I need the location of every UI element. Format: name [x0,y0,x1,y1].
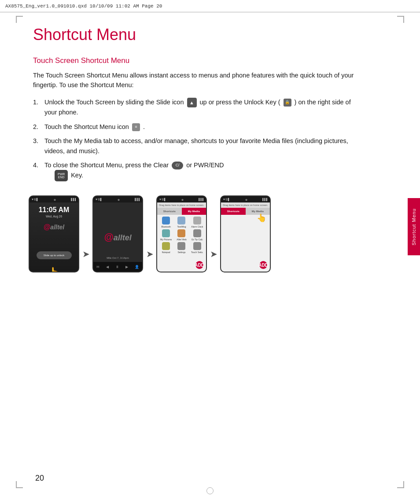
phone2: ▼役▌ ⊕ ▌▌▌ @alltel Mlle Oct 7, 3:14pm 👆 ✉… [92,195,143,272]
phone4-tab-shortcuts: Shortcuts [221,208,246,215]
clear-icon: C/ [172,162,183,169]
phone3-icon-notepad: Notepad [159,242,173,254]
phone3-body: Drag items here to place on home screen.… [157,202,206,272]
step-4-text: To close the Shortcut Menu, press the Cl… [44,160,363,181]
phone2-btn5: 👤 [135,265,139,269]
phone3-icon-tip: Ez Tip Calc [190,229,204,241]
phone4: ▼役▌ ⊕ ▌▌▌ Drag items here to place on ho… [220,195,271,272]
phone3-icon-alarm: Alarm Clock [190,217,204,228]
side-tab-label: Shortcut Menu [411,208,416,246]
phone4-status-right: ▌▌▌ [262,198,268,201]
step-4-num: 4. [33,160,44,170]
phone1-date: Wed, Aug 26 [46,215,62,218]
phone2-date: Mlle Oct 7, 3:14pm [107,257,129,259]
phone3-status-left: ▼役▌ [159,198,166,202]
phone1-body: 11:05 AM Wed, Aug 26 @alltel Slide up to… [29,202,78,272]
phone1-time: 11:05 AM [39,206,70,214]
phone1-hand: 👆 [48,267,60,272]
phone2-container: ▼役▌ ⊕ ▌▌▌ @alltel Mlle Oct 7, 3:14pm 👆 ✉… [92,195,143,272]
phone3-status-right: ▌▌▌ [199,198,204,201]
phone3-icon-web: Alltel Web [174,229,188,241]
page-title: Shortcut Menu [33,26,402,44]
arrow-3: ➤ [207,249,220,259]
phone3-icon-pictures: My Pictures [159,229,173,241]
phone1-container: ▼役▌ ⊕ ▌▌▌ 11:05 AM Wed, Aug 26 @alltel S… [29,195,79,272]
phone3-status: ▼役▌ ⊕ ▌▌▌ [157,196,206,202]
phone4-hand: 👆 [257,213,266,223]
phone2-status: ▼役▌ ⊕ ▌▌▌ [93,196,142,202]
phone2-status-right: ▌▌▌ [135,198,140,201]
phone1-status-center: ⊕ [54,198,56,201]
phone1-status-left: ▼役▌ [31,198,38,202]
phone2-status-center: ⊕ [118,198,120,201]
phone3-tabs: Shortcuts My Media [157,208,206,215]
phone2-logo: @alltel [104,232,131,243]
step-2: 2. Touch the Shortcut Menu icon ≡ . [33,122,363,132]
phone4-add-button[interactable]: ADD [259,261,267,269]
corner-mark-bl [16,481,23,488]
step-3-num: 3. [33,136,44,146]
intro-paragraph: The Touch Screen Shortcut Menu allows in… [33,70,363,90]
phone2-btn3: ⏸ [115,265,119,269]
shortcut-icon: ≡ [132,123,140,131]
phone2-btn1: ✉ [96,265,99,269]
phone2-status-left: ▼役▌ [95,198,102,202]
section-heading: Touch Screen Shortcut Menu [33,56,402,65]
phone3-add-button[interactable]: ADD [195,261,203,269]
phone3-icon-bluetooth: Bluetooth [159,217,173,228]
phones-row: ▼役▌ ⊕ ▌▌▌ 11:05 AM Wed, Aug 26 @alltel S… [29,195,402,272]
phone4-drag-text: Drag items here to place on home screen. [221,202,270,208]
phone4-status-left: ▼役▌ [223,198,230,202]
corner-mark-tl [16,16,23,23]
bottom-circle [206,487,214,494]
step-4: 4. To close the Shortcut Menu, press the… [33,160,363,181]
phone4-status: ▼役▌ ⊕ ▌▌▌ [221,196,270,202]
phone3-icon-textmsg: Text/Msg [174,217,188,228]
phone3-icons-grid: Bluetooth Text/Msg Alarm Clock My P [157,215,206,255]
unlock-key-icon: 🔒 [284,99,291,107]
phone2-btn2: ◀ [106,265,109,269]
phone1: ▼役▌ ⊕ ▌▌▌ 11:05 AM Wed, Aug 26 @alltel S… [29,195,79,272]
phone4-status-center: ⊕ [245,198,247,201]
phone1-slide-bar: Slide up to unlock [37,251,72,259]
phone3-icon-touchsett: Touch Setts. [190,242,204,254]
step-2-text: Touch the Shortcut Menu icon ≡ . [44,122,363,132]
step-1-num: 1. [33,97,44,107]
phone3-tab-shortcuts: Shortcuts [157,208,182,215]
phone4-container: ▼役▌ ⊕ ▌▌▌ Drag items here to place on ho… [220,195,271,272]
phone4-body: Drag items here to place on home screen.… [221,202,270,272]
header-text: AX8575_Eng_ver1.0_091010.qxd 10/10/09 11… [5,4,162,9]
step-1-text: Unlock the Touch Screen by sliding the S… [44,97,363,118]
step-3-text: Touch the My Media tab to access, and/or… [44,136,363,156]
phone1-status: ▼役▌ ⊕ ▌▌▌ [29,196,78,202]
pwr-end-icon: PWREND [55,170,68,181]
phone3-drag-text: Drag items here to place on home screen. [157,202,206,208]
phone3-tab-mymedia: My Media [182,208,206,215]
main-content: Shortcut Menu Touch Screen Shortcut Menu… [33,18,402,486]
step-1: 1. Unlock the Touch Screen by sliding th… [33,97,363,118]
phone1-status-right: ▌▌▌ [71,198,77,201]
phone3-icon-settings: Settings [174,242,188,254]
phone2-btn4: ▶ [125,265,128,269]
slide-icon: ▲ [187,98,197,107]
header-bar: AX8575_Eng_ver1.0_091010.qxd 10/10/09 11… [0,0,420,12]
arrow-2: ➤ [143,249,156,259]
phone3: ▼役▌ ⊕ ▌▌▌ Drag items here to place on ho… [156,195,207,272]
phone3-status-center: ⊕ [181,198,184,201]
step-2-num: 2. [33,122,44,132]
phone1-logo: @alltel [44,223,65,231]
step-3: 3. Touch the My Media tab to access, and… [33,136,363,156]
side-tab: Shortcut Menu [408,198,420,255]
phone2-bottom-bar: ✉ ◀ ⏸ ▶ 👤 [93,262,142,272]
phone3-container: ▼役▌ ⊕ ▌▌▌ Drag items here to place on ho… [156,195,207,272]
steps-list: 1. Unlock the Touch Screen by sliding th… [33,97,363,182]
phone2-body: @alltel Mlle Oct 7, 3:14pm 👆 ✉ ◀ ⏸ ▶ 👤 [93,202,142,272]
arrow-1: ➤ [79,249,92,259]
